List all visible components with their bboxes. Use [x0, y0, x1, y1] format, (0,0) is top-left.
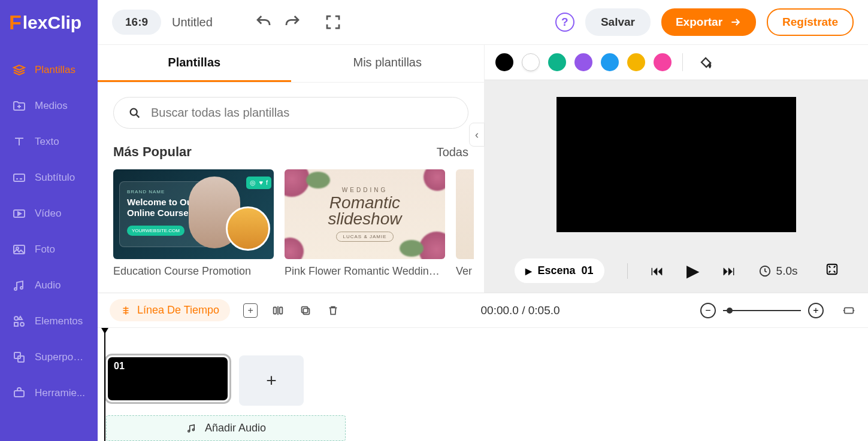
template-caption: Education Course Promotion [113, 259, 274, 278]
swatch-green[interactable] [548, 53, 566, 71]
svg-rect-14 [827, 264, 837, 275]
canvas[interactable] [557, 97, 796, 232]
fullscreen-button[interactable] [324, 13, 342, 31]
template-card[interactable]: WEDDING Romanticslideshow LUCAS & JAMIE … [285, 169, 445, 278]
sidebar-item-texto[interactable]: Texto [0, 124, 98, 160]
logo-rest: lexClip [23, 13, 81, 33]
sidebar-item-subtitulo[interactable]: Subtítulo [0, 160, 98, 196]
scene-number: 01 [582, 264, 594, 277]
collapse-panel-button[interactable]: ‹ [469, 123, 485, 147]
svg-point-6 [14, 317, 18, 320]
fill-bucket-icon[interactable] [697, 54, 714, 71]
expand-preview-button[interactable] [825, 263, 839, 279]
social-icons: ◎♥f [246, 177, 271, 189]
sidebar-item-label: Herramie... [35, 387, 85, 399]
duration-display[interactable]: 5.0s [758, 264, 798, 278]
template-list: BRAND NAME Welcome to Our Online Course … [113, 169, 468, 278]
sidebar-item-video[interactable]: Vídeo [0, 196, 98, 232]
sidebar-item-label: Subtítulo [35, 172, 75, 184]
media-icon [12, 99, 26, 113]
svg-point-12 [131, 108, 137, 115]
template-thumb: BRAND NAME Welcome to Our Online Course … [113, 169, 274, 259]
swatch-yellow[interactable] [627, 53, 645, 71]
svg-point-4 [14, 288, 17, 290]
export-button[interactable]: Exportar [661, 8, 756, 36]
subtitle-icon [12, 171, 26, 185]
sidebar-item-foto[interactable]: Foto [0, 232, 98, 267]
svg-point-20 [188, 430, 190, 432]
timeline-mode-button[interactable]: Línea De Tiempo [110, 299, 230, 321]
add-audio-track[interactable]: Añadir Audio [106, 415, 346, 441]
scene-selector[interactable]: ▶ Escena 01 [515, 258, 604, 283]
swatch-black[interactable] [495, 53, 513, 71]
sidebar-item-label: Medios [35, 100, 68, 112]
zoom-out-button[interactable]: − [700, 303, 716, 318]
undo-button[interactable] [255, 13, 273, 31]
sidebar-item-label: Superposi... [35, 351, 86, 363]
left-sidebar: FlexClip Plantillas Medios Texto Subtítu… [0, 0, 98, 441]
sidebar-item-herramie[interactable]: Herramie... [0, 375, 98, 411]
svg-rect-18 [302, 306, 308, 312]
zoom-slider[interactable] [723, 310, 801, 311]
register-button[interactable]: Regístrate [767, 8, 854, 36]
section-header: Más Popular Todas [113, 144, 468, 160]
preview-area [485, 80, 868, 249]
sidebar-item-elementos[interactable]: Elementos [0, 303, 98, 339]
sidebar-item-label: Audio [35, 279, 61, 291]
scene-label: Escena [538, 264, 576, 277]
sidebar-item-audio[interactable]: Audio [0, 267, 98, 303]
help-button[interactable]: ? [555, 13, 574, 32]
nav-list: Plantillas Medios Texto Subtítulo Vídeo … [0, 52, 98, 411]
sidebar-item-medios[interactable]: Medios [0, 88, 98, 124]
logo[interactable]: FlexClip [0, 0, 98, 52]
swatch-white[interactable] [522, 53, 540, 71]
aspect-ratio-badge[interactable]: 16:9 [112, 10, 161, 35]
zoom-in-button[interactable]: + [808, 303, 824, 318]
color-row [485, 45, 868, 80]
scene-clip[interactable]: 01 [106, 355, 229, 402]
add-scene-button[interactable]: + [239, 355, 304, 406]
peek-label: Ver [456, 259, 474, 278]
scene-row: 01 + [104, 334, 862, 413]
svg-rect-17 [303, 308, 309, 314]
swatch-purple[interactable] [574, 53, 592, 71]
redo-button[interactable] [283, 13, 301, 31]
svg-rect-19 [845, 308, 854, 313]
prev-scene-button[interactable]: ⏮ [651, 263, 664, 279]
template-thumb: WEDDING Romanticslideshow LUCAS & JAMIE [285, 169, 445, 259]
timeline-time: 00:00.0 / 0:05.0 [481, 304, 560, 317]
svg-rect-7 [14, 323, 18, 326]
search-input[interactable] [151, 106, 453, 120]
project-title-input[interactable] [172, 16, 244, 29]
see-all-link[interactable]: Todas [437, 145, 468, 159]
template-peek[interactable]: Ver [456, 169, 474, 278]
video-icon [12, 206, 26, 221]
sidebar-item-plantillas[interactable]: Plantillas [0, 52, 98, 88]
add-scene-icon[interactable]: + [243, 303, 258, 318]
delete-icon[interactable] [326, 303, 340, 318]
copy-icon[interactable] [298, 303, 313, 318]
play-button[interactable]: ▶ [686, 261, 700, 281]
tab-plantillas[interactable]: Plantillas [98, 45, 291, 82]
tab-mis-plantillas[interactable]: Mis plantillas [291, 45, 485, 82]
overlay-icon [12, 350, 26, 364]
main-area: 16:9 ? Salvar Exportar Regístrate Planti… [98, 0, 868, 441]
svg-rect-15 [274, 307, 277, 314]
svg-point-8 [20, 323, 24, 326]
photo-icon [12, 242, 26, 257]
sidebar-item-superposi[interactable]: Superposi... [0, 339, 98, 375]
tools-icon [12, 386, 26, 400]
search-box[interactable] [113, 97, 468, 129]
swatch-pink[interactable] [654, 53, 672, 71]
sidebar-item-label: Vídeo [35, 208, 61, 220]
template-card[interactable]: BRAND NAME Welcome to Our Online Course … [113, 169, 274, 278]
svg-rect-11 [14, 391, 24, 397]
elements-icon [12, 314, 26, 329]
panel-tabs: Plantillas Mis plantillas [98, 45, 484, 83]
next-scene-button[interactable]: ⏭ [722, 263, 736, 279]
playhead[interactable] [100, 328, 110, 337]
swatch-blue[interactable] [601, 53, 619, 71]
fit-timeline-icon[interactable] [842, 303, 856, 318]
split-icon[interactable] [271, 303, 285, 318]
save-button[interactable]: Salvar [585, 8, 651, 36]
